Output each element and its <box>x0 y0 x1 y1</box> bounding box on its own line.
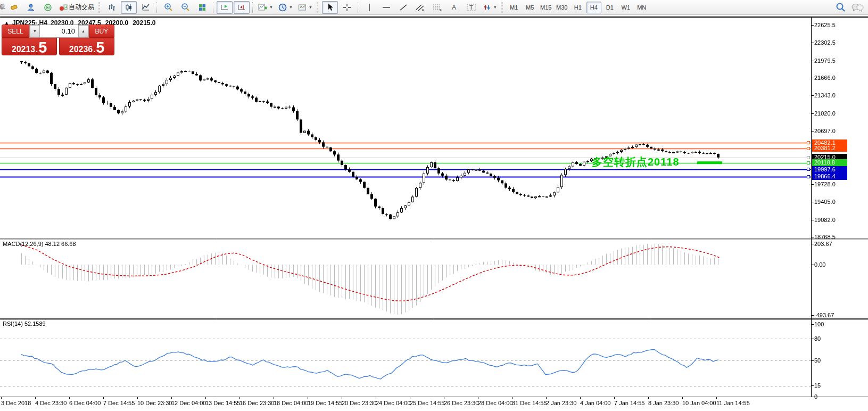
crosshair-button[interactable] <box>339 1 355 14</box>
zoom-in-icon <box>164 3 173 12</box>
cursor-button[interactable] <box>322 1 338 14</box>
text-icon: A <box>451 3 458 11</box>
volume-decrease-button[interactable]: ▼ <box>30 25 40 37</box>
vertical-line-button[interactable] <box>361 1 377 14</box>
svg-text:T: T <box>469 4 473 11</box>
price-line-label: 19866.4 <box>812 173 847 180</box>
volume-stepper: ▼ ▲ <box>29 24 89 38</box>
profile-icon <box>27 3 35 12</box>
date-axis-label: 25 Dec 14:55 <box>410 400 444 406</box>
rsi-axis-tick: 100 <box>814 321 824 327</box>
horizontal-line-icon <box>382 5 391 10</box>
buy-price-display[interactable]: 20236 . 5 <box>59 38 114 55</box>
chart-canvas[interactable] <box>0 18 868 411</box>
dropdown-arrow-icon: ▼ <box>309 5 312 9</box>
crosshair-icon <box>343 3 351 12</box>
timeframe-H1[interactable]: H1 <box>571 2 585 13</box>
date-axis-label: 6 Dec 04:00 <box>69 400 101 406</box>
fibonacci-button[interactable]: F <box>429 1 445 14</box>
chart-shift-button[interactable] <box>234 1 250 14</box>
date-axis-label: 4 Jan 04:00 <box>580 400 611 406</box>
trendline-button[interactable] <box>395 1 411 14</box>
autotrading-icon <box>59 3 68 12</box>
main-toolbar: 单 自动交易 <box>0 0 868 15</box>
timeframe-M15[interactable]: M15 <box>539 2 553 13</box>
sell-price-display[interactable]: 20213 . 5 <box>2 38 57 55</box>
periods-button[interactable]: ▼ <box>276 1 295 14</box>
horizontal-line-button[interactable] <box>378 1 394 14</box>
price-axis-tick: 21343.0 <box>814 92 836 98</box>
autotrading-label: 自动交易 <box>69 3 94 12</box>
date-axis-label: 3 Dec 2018 <box>1 400 31 406</box>
timeframe-D1[interactable]: D1 <box>602 2 617 13</box>
date-axis-label: 7 Dec 14:55 <box>103 400 135 406</box>
channel-button[interactable]: E <box>412 1 428 14</box>
toolbar-separator <box>213 2 214 13</box>
sell-price-dot: . <box>36 45 38 54</box>
date-axis-label: 7 Jan 14:55 <box>614 400 645 406</box>
volume-input[interactable] <box>40 25 78 37</box>
profile-button[interactable] <box>23 1 39 14</box>
date-axis-label: 28 Dec 04:00 <box>478 400 512 406</box>
history-center-button[interactable] <box>6 1 22 14</box>
text-button[interactable]: A <box>447 1 462 14</box>
timeframe-M5[interactable]: M5 <box>523 2 538 13</box>
tile-windows-icon <box>198 3 206 12</box>
text-label-button[interactable]: T <box>464 1 480 14</box>
one-click-trading-panel: SELL ▼ ▲ BUY 20213 . 5 20236 . 5 <box>2 24 114 55</box>
date-axis-label: 13 Dec 14:55 <box>205 400 240 406</box>
line-connector <box>807 175 810 178</box>
timeframe-M1[interactable]: M1 <box>507 2 522 13</box>
date-axis-label: 16 Dec 23:30 <box>239 400 274 406</box>
timeframe-MN[interactable]: MN <box>634 2 649 13</box>
svg-text:F: F <box>440 9 442 12</box>
date-axis-label: 8 Jan 23:30 <box>648 400 679 406</box>
toolbar-separator <box>501 2 505 13</box>
timeframe-H4[interactable]: H4 <box>586 2 601 13</box>
sell-button[interactable]: SELL <box>2 24 29 38</box>
buy-price-dot: . <box>93 45 95 54</box>
price-line-label: 20118.8 <box>812 159 847 166</box>
zoom-out-button[interactable] <box>177 1 193 14</box>
rsi-axis-tick: 0 <box>814 393 817 400</box>
line-chart-icon <box>142 3 150 12</box>
zoom-in-button[interactable] <box>160 1 176 14</box>
indicators-button[interactable]: ▼ <box>256 1 275 14</box>
arrow-objects-icon <box>483 3 491 12</box>
date-axis-label: 31 Dec 14:55 <box>512 400 547 406</box>
date-axis-label: 26 Dec 23:30 <box>444 400 478 406</box>
timeframe-M30[interactable]: M30 <box>555 2 569 13</box>
toolbar-separator <box>317 2 320 13</box>
chat-icon[interactable] <box>851 3 864 12</box>
sell-price-main: 20213 <box>12 45 36 54</box>
autotrading-button[interactable]: 自动交易 <box>57 1 96 14</box>
new-order-button[interactable]: 单 <box>0 3 5 12</box>
template-icon <box>298 3 307 12</box>
price-axis-tick: 19405.0 <box>814 199 836 205</box>
candlestick-chart-button[interactable] <box>121 1 137 14</box>
volume-increase-button[interactable]: ▲ <box>78 25 88 37</box>
arrows-button[interactable]: ▼ <box>481 1 499 14</box>
rsi-axis-tick: 15 <box>814 382 821 389</box>
buy-price-pips: 5 <box>96 40 104 54</box>
date-axis-label: 19 Dec 14:55 <box>308 400 342 406</box>
line-chart-button[interactable] <box>138 1 154 14</box>
price-axis-tick: 22625.5 <box>814 22 836 28</box>
date-axis-label: 24 Dec 04:00 <box>376 400 410 406</box>
fibonacci-icon: F <box>433 3 442 12</box>
bar-chart-button[interactable] <box>104 1 120 14</box>
search-icon[interactable] <box>835 2 846 13</box>
timeframe-group: M1M5M15M30H1H4D1W1MN <box>506 2 650 13</box>
auto-scroll-button[interactable] <box>217 1 233 14</box>
price-line-label: 20381.2 <box>812 145 847 152</box>
alerts-button[interactable] <box>40 1 56 14</box>
svg-text:E: E <box>422 9 424 12</box>
templates-button[interactable]: ▼ <box>296 1 315 14</box>
tile-windows-button[interactable] <box>194 1 210 14</box>
buy-button[interactable]: BUY <box>89 24 114 38</box>
mt4-terminal: 单 自动交易 <box>0 0 868 411</box>
date-axis-label: 18 Dec 04:00 <box>274 400 308 406</box>
timeframe-W1[interactable]: W1 <box>618 2 633 13</box>
price-axis-tick: 19728.0 <box>814 181 836 187</box>
line-connector <box>807 141 810 144</box>
